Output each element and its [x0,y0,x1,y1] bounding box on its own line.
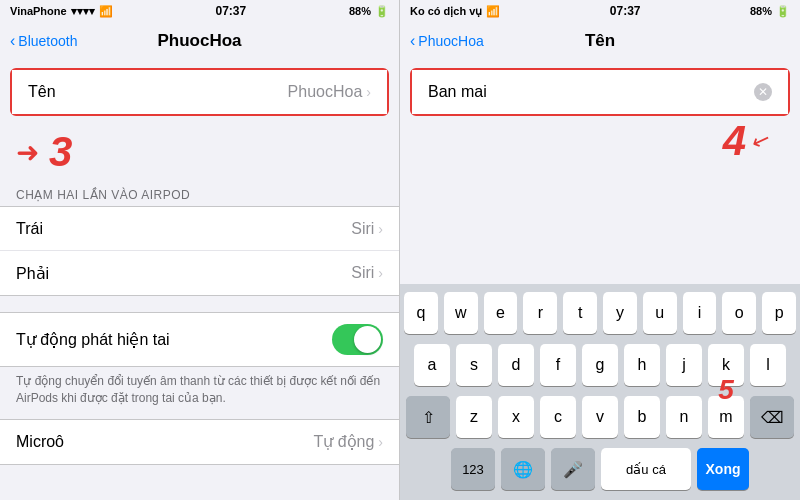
left-status-left: VinaPhone ▾▾▾▾ 📶 [10,5,113,18]
right-carrier: Ko có dịch vụ [410,5,482,18]
micro-chevron-icon: › [378,434,383,450]
phai-row[interactable]: Phải Siri › [0,251,399,295]
key-j[interactable]: j [666,344,702,386]
left-panel: VinaPhone ▾▾▾▾ 📶 07:37 88% 🔋 ‹ Bluetooth… [0,0,400,500]
ten-group: Tên PhuocHoa › [10,68,389,116]
name-input-field[interactable] [428,83,754,101]
right-time: 07:37 [610,4,641,18]
key-e[interactable]: e [484,292,518,334]
left-wifi-icon: 📶 [99,5,113,18]
name-input-area: ✕ [412,70,788,114]
phai-label: Phải [16,264,49,283]
key-q[interactable]: q [404,292,438,334]
micro-value-group: Tự động › [313,432,383,451]
left-nav-title: PhuocHoa [157,31,241,51]
right-back-button[interactable]: ‹ PhuocHoa [410,32,484,50]
key-f[interactable]: f [540,344,576,386]
ten-chevron-icon: › [366,84,371,100]
shift-key[interactable]: ⇧ [406,396,450,438]
done-button[interactable]: Xong [697,448,749,490]
key-globe[interactable]: 🌐 [501,448,545,490]
key-n[interactable]: n [666,396,702,438]
key-b[interactable]: b [624,396,660,438]
key-m[interactable]: m 5 [708,396,744,438]
key-z[interactable]: z [456,396,492,438]
phai-chevron-icon: › [378,265,383,281]
phai-value: Siri [351,264,374,282]
key-v[interactable]: v [582,396,618,438]
left-content: Tên PhuocHoa › ➜ 3 CHẠM HAI LẦN VÀO AIRP… [0,60,399,500]
left-battery-pct: 88% [349,5,371,17]
trai-value-group: Siri › [351,220,383,238]
left-signal-icon: ▾▾▾▾ [71,5,95,18]
toggle-knob [354,326,381,353]
ten-value-group: PhuocHoa › [288,83,371,101]
auto-detect-row[interactable]: Tự động phát hiện tai [0,313,399,366]
left-nav-bar: ‹ Bluetooth PhuocHoa [0,22,399,60]
keyboard-row1: q w e r t y u i o p [404,292,796,334]
keyboard-row2: a s d f g h j k l [404,344,796,386]
auto-detect-group: Tự động phát hiện tai [0,312,399,367]
ten-value: PhuocHoa [288,83,363,101]
trai-label: Trái [16,220,43,238]
right-status-left: Ko có dịch vụ 📶 [410,5,500,18]
right-back-label: PhuocHoa [418,33,483,49]
key-p[interactable]: p [762,292,796,334]
key-u[interactable]: u [643,292,677,334]
auto-detect-toggle[interactable] [332,324,383,355]
step5-label: 5 [718,374,734,406]
right-panel: Ko có dịch vụ 📶 07:37 88% 🔋 ‹ PhuocHoa T… [400,0,800,500]
micro-value: Tự động [313,432,374,451]
key-t[interactable]: t [563,292,597,334]
keyboard-bottom-row: 123 🌐 🎤 dấu cá Xong [404,448,796,490]
keyboard: q w e r t y u i o p a s d f g h j k l ⇧ … [400,284,800,500]
keyboard-row3: ⇧ z x c v b n m 5 ⌫ [404,396,796,438]
step3-label: 3 [49,128,72,176]
left-carrier: VinaPhone [10,5,67,17]
key-w[interactable]: w [444,292,478,334]
left-status-right: 88% 🔋 [349,5,389,18]
key-l[interactable]: l [750,344,786,386]
auto-detect-description: Tự động chuyển đổi tuyến âm thanh từ các… [0,367,399,419]
step3-container: ➜ 3 [0,124,399,180]
clear-input-button[interactable]: ✕ [754,83,772,101]
trai-value: Siri [351,220,374,238]
key-space[interactable]: dấu cá [601,448,691,490]
key-h[interactable]: h [624,344,660,386]
key-123[interactable]: 123 [451,448,495,490]
key-g[interactable]: g [582,344,618,386]
trai-chevron-icon: › [378,221,383,237]
right-back-chevron-icon: ‹ [410,32,415,50]
left-time: 07:37 [215,4,246,18]
right-nav-title: Tên [585,31,615,51]
right-wifi-icon: 📶 [486,5,500,18]
key-c[interactable]: c [540,396,576,438]
key-a[interactable]: a [414,344,450,386]
airpod-section-label: CHẠM HAI LẦN VÀO AIRPOD [0,180,399,206]
left-back-label: Bluetooth [18,33,77,49]
left-back-button[interactable]: ‹ Bluetooth [10,32,78,50]
micro-group: Microô Tự động › [0,419,399,465]
right-status-bar: Ko có dịch vụ 📶 07:37 88% 🔋 [400,0,800,22]
left-battery-icon: 🔋 [375,5,389,18]
delete-key[interactable]: ⌫ [750,396,794,438]
micro-label: Microô [16,433,64,451]
airpod-group: Trái Siri › Phải Siri › [0,206,399,296]
key-r[interactable]: r [523,292,557,334]
key-mic[interactable]: 🎤 [551,448,595,490]
ten-label: Tên [28,83,56,101]
step4-arrow-icon: ↙ [748,126,774,157]
key-i[interactable]: i [683,292,717,334]
left-status-bar: VinaPhone ▾▾▾▾ 📶 07:37 88% 🔋 [0,0,399,22]
key-y[interactable]: y [603,292,637,334]
right-nav-bar: ‹ PhuocHoa Tên [400,22,800,60]
key-x[interactable]: x [498,396,534,438]
key-o[interactable]: o [722,292,756,334]
trai-row[interactable]: Trái Siri › [0,207,399,251]
micro-row[interactable]: Microô Tự động › [0,420,399,464]
key-d[interactable]: d [498,344,534,386]
ten-row[interactable]: Tên PhuocHoa › [12,70,387,114]
key-s[interactable]: s [456,344,492,386]
step4-area: 4 ↙ [400,116,800,166]
right-status-right: 88% 🔋 [750,5,790,18]
